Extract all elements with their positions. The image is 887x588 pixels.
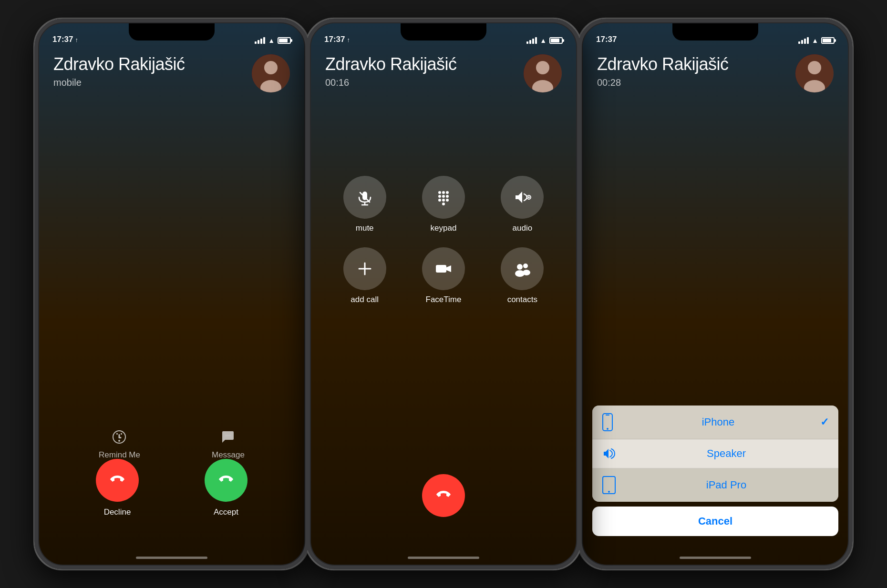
phone1-avatar [252,54,290,92]
picker-speaker-label: Speaker [624,447,829,460]
phone3-status-icons: ▲ [798,37,835,44]
audio-output-picker: iPhone ✓ Speaker [592,406,838,536]
phone2-battery [549,37,563,44]
phones-container: 17:37 ↑ ▲ [33,18,854,570]
phone1-message-btn[interactable]: Message [212,429,245,460]
phone1-contact-info: Zdravko Rakijašić mobile [53,54,185,88]
contacts-btn[interactable]: contacts [488,247,557,304]
phone1-contact-status: mobile [53,77,185,88]
keypad-btn[interactable]: keypad [409,176,478,233]
phone3-wifi-icon: ▲ [812,37,818,44]
phone1-time: 17:37 [52,35,73,44]
picker-option-ipad[interactable]: iPad Pro [592,468,838,502]
svg-point-10 [227,435,229,436]
iphone-2: 17:37 ↑ ▲ [305,18,582,570]
phone2-end-call-btn[interactable] [413,465,474,526]
phone1-wifi-icon: ▲ [268,37,275,44]
picker-options-list: iPhone ✓ Speaker [592,406,838,502]
mute-label: mute [356,223,374,233]
phone2-call-controls: mute [311,176,576,304]
svg-point-26 [442,199,445,202]
contacts-icon[interactable] [501,247,544,290]
svg-point-11 [229,435,231,436]
picker-option-iphone[interactable]: iPhone ✓ [592,406,838,439]
phone3-home-indicator [680,557,751,559]
mute-btn[interactable]: mute [330,176,399,233]
phone2-time: 17:37 [324,35,345,44]
phone1-accept-btn[interactable]: Accept [205,459,248,517]
add-call-btn[interactable]: add call [330,247,399,304]
phone2-screen: 17:37 ↑ ▲ [311,23,576,565]
iphone-3: 17:37 ▲ Zdrav [577,18,854,570]
keypad-icon[interactable] [422,176,465,219]
phone1-contact-name: Zdravko Rakijašić [53,54,185,74]
phone2-wifi-icon: ▲ [540,37,547,44]
phone2-contact-area: Zdravko Rakijašić 00:16 [325,54,562,92]
facetime-icon[interactable] [422,247,465,290]
phone2-contact-info: Zdravko Rakijašić 00:16 [325,54,457,88]
svg-point-36 [523,264,528,268]
keypad-label: keypad [431,223,457,233]
phone3-contact-name: Zdravko Rakijašić [597,54,729,74]
svg-point-39 [808,61,821,74]
phone2-notch [401,23,486,41]
phone1-message-label: Message [212,450,245,460]
phone3-notch [672,23,758,41]
phone3-call-duration: 00:28 [597,77,729,88]
phone3-battery [821,37,835,44]
phone3-signal [798,37,809,44]
svg-point-45 [608,491,610,493]
svg-point-28 [442,203,445,205]
phone3-time: 17:37 [596,35,617,44]
add-call-label: add call [351,295,379,304]
phone1-home-indicator [136,557,207,559]
svg-point-21 [446,191,449,194]
phone1-remind-me-btn[interactable]: Remind Me [99,429,140,460]
svg-point-30 [528,196,530,198]
svg-point-37 [523,270,530,275]
svg-point-1 [264,61,278,74]
phone1-status-icons: ▲ [255,37,291,44]
phone2-location-arrow: ↑ [347,36,350,43]
phone1-accept-label: Accept [214,507,238,517]
phone2-status-icons: ▲ [526,37,563,44]
svg-point-20 [442,191,445,194]
phone1-decline-btn[interactable]: Decline [96,459,139,517]
mute-icon[interactable] [343,176,386,219]
picker-ipad-label: iPad Pro [624,479,829,491]
picker-cancel-btn[interactable]: Cancel [592,507,838,536]
phone1-contact-area: Zdravko Rakijašić mobile [53,54,290,92]
remind-me-icon [112,429,127,445]
phone1-battery [278,37,291,44]
picker-option-speaker[interactable]: Speaker [592,439,838,468]
svg-point-9 [225,435,227,436]
decline-circle[interactable] [87,450,147,510]
picker-iphone-label: iPhone [624,416,813,428]
facetime-btn[interactable]: FaceTime [409,247,478,304]
phone1-signal [255,37,265,44]
iphone-1: 17:37 ↑ ▲ [33,18,310,570]
svg-rect-6 [121,433,122,435]
svg-rect-33 [436,265,446,273]
phone2-end-call-container [422,474,465,517]
svg-point-4 [118,440,120,442]
svg-point-25 [438,199,441,202]
svg-point-19 [438,191,441,194]
phone3-screen: 17:37 ▲ Zdrav [583,23,848,565]
audio-icon[interactable] [501,176,544,219]
accept-circle[interactable] [205,459,248,502]
picker-checkmark: ✓ [820,416,829,428]
phone3-contact-area: Zdravko Rakijašić 00:28 [597,54,834,92]
audio-label: audio [513,223,533,233]
audio-btn[interactable]: audio [488,176,557,233]
svg-rect-8 [119,437,122,438]
svg-point-24 [446,195,449,198]
svg-point-13 [536,61,549,74]
phone2-call-duration: 00:16 [325,77,457,88]
svg-point-22 [438,195,441,198]
iphone-device-icon [602,413,616,431]
add-call-icon[interactable] [343,247,386,290]
speaker-device-icon [602,447,616,460]
phone1-notch [129,23,215,41]
contacts-label: contacts [507,295,537,304]
